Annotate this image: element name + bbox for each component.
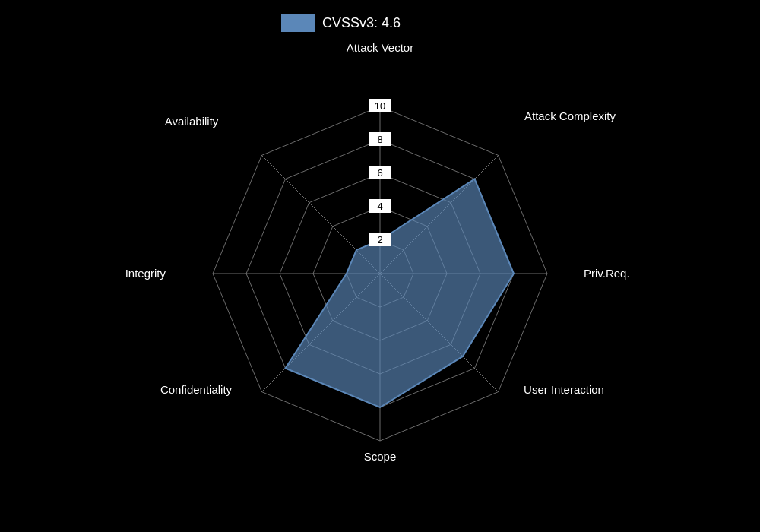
- label-user-interaction: User Interaction: [524, 383, 604, 396]
- grid-value-8: 8: [377, 134, 382, 145]
- label-confidentiality: Confidentiality: [160, 383, 233, 396]
- label-scope: Scope: [364, 450, 397, 463]
- label-attack-vector: Attack Vector: [347, 41, 413, 54]
- label-attack-complexity: Attack Complexity: [524, 109, 616, 122]
- grid-value-4: 4: [377, 201, 382, 212]
- grid-value-2: 2: [377, 234, 382, 245]
- label-integrity: Integrity: [125, 267, 166, 280]
- grid-value-6: 6: [377, 167, 382, 179]
- grid-value-10: 10: [375, 100, 385, 112]
- legend-label: CVSSv3: 4.6: [322, 15, 401, 30]
- legend-color-box: [281, 14, 315, 32]
- chart-container: CVSSv3: 4.6: [0, 0, 760, 532]
- label-priv-req: Priv.Req.: [584, 267, 630, 280]
- label-availability: Availability: [165, 115, 219, 128]
